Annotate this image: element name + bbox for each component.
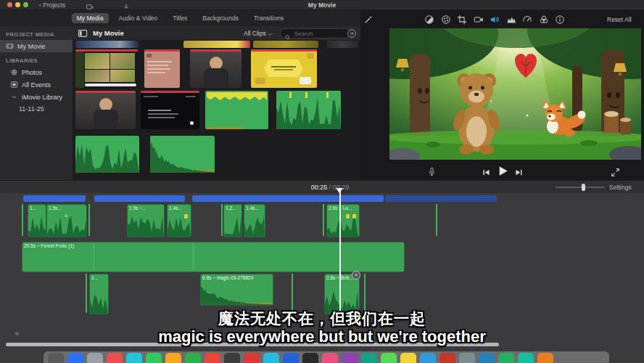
dock-app-icon[interactable] bbox=[107, 353, 123, 363]
clip-connector-line bbox=[364, 274, 366, 313]
dock-app-icon[interactable] bbox=[244, 353, 260, 363]
search-input[interactable] bbox=[293, 30, 339, 38]
dock-app-icon[interactable] bbox=[518, 353, 534, 363]
dock-app-icon[interactable] bbox=[283, 353, 299, 363]
dock-app-icon[interactable] bbox=[439, 353, 455, 363]
clip-filter-dropdown[interactable]: All Clips ⌵ bbox=[244, 30, 273, 38]
subtitle-english: magic is everywhere but but we're togeth… bbox=[0, 327, 644, 346]
timeline-title-bar[interactable] bbox=[94, 195, 185, 202]
tab-audio-video[interactable]: Audio & Video bbox=[114, 13, 163, 23]
crop-icon[interactable] bbox=[457, 15, 467, 25]
zoom-slider-thumb[interactable] bbox=[582, 184, 585, 191]
dock-app-icon[interactable] bbox=[498, 353, 514, 363]
dock-app-icon[interactable] bbox=[302, 353, 318, 363]
subtitle-chinese: 魔法无处不在，但我们在一起 bbox=[0, 309, 644, 329]
clip-connector-line bbox=[436, 204, 437, 236]
clip-filter-icon[interactable] bbox=[539, 15, 549, 25]
dock-app-icon[interactable] bbox=[381, 353, 397, 363]
media-thumbnail-promo-yellow[interactable] bbox=[251, 49, 317, 88]
stabilization-icon[interactable] bbox=[474, 15, 484, 25]
sidebar-item-label: My Movie bbox=[17, 43, 46, 50]
dock-app-icon[interactable] bbox=[342, 353, 358, 363]
sidebar-item-photos[interactable]: Photos bbox=[0, 66, 73, 78]
sound-effect-badge bbox=[184, 214, 188, 219]
timeline-title-bar[interactable] bbox=[385, 195, 497, 202]
timeline-audio-clip[interactable]: 1.4s... bbox=[167, 204, 191, 237]
sound-effect-badge bbox=[346, 214, 350, 219]
media-thumbnail-terminal[interactable] bbox=[141, 91, 199, 129]
preview-video-frame[interactable] bbox=[389, 28, 641, 160]
timeline-title-bar[interactable] bbox=[192, 195, 384, 202]
search-field[interactable] bbox=[280, 28, 351, 38]
clip-size-arrow-icon[interactable] bbox=[347, 28, 357, 38]
dock-app-icon[interactable] bbox=[146, 353, 162, 363]
microphone-icon[interactable] bbox=[427, 166, 437, 176]
media-thumbnail-collage[interactable] bbox=[75, 49, 138, 88]
timeline-settings-button[interactable]: Settings bbox=[609, 184, 632, 191]
dock-app-icon[interactable] bbox=[361, 353, 377, 363]
media-thumbnail-strip-yellow[interactable] bbox=[183, 41, 250, 48]
dock-app-icon[interactable] bbox=[479, 353, 495, 363]
dock-app-icon[interactable] bbox=[48, 353, 64, 363]
color-balance-icon[interactable] bbox=[424, 15, 434, 25]
dock-app-icon[interactable] bbox=[126, 353, 142, 363]
timeline-title-bar[interactable] bbox=[23, 195, 86, 202]
media-thumbnail-person[interactable] bbox=[75, 91, 136, 129]
next-frame-button[interactable] bbox=[514, 167, 524, 176]
timeline-audio-clip[interactable]: 1.9s ~... bbox=[127, 204, 165, 237]
dock-app-icon[interactable] bbox=[263, 353, 279, 363]
media-thumbnail-audio-spikes[interactable] bbox=[276, 91, 341, 129]
tab-my-media[interactable]: My Media bbox=[72, 13, 109, 23]
sidebar-item-imovie-library[interactable]: iMovie Library bbox=[0, 91, 73, 103]
viewer-pane: Reset All bbox=[360, 10, 644, 180]
media-thumbnail-audio-wave[interactable] bbox=[75, 136, 139, 173]
sidebar-item-11-11-25[interactable]: 11-11-25 bbox=[0, 103, 73, 115]
media-thumbnail-audio-decay[interactable] bbox=[150, 136, 215, 173]
timeline-zoom-slider[interactable] bbox=[556, 187, 605, 188]
volume-icon[interactable] bbox=[490, 15, 500, 25]
media-thumbnail-strip-olive[interactable] bbox=[253, 41, 318, 48]
media-thumbnail-audio-yellowtop[interactable] bbox=[205, 91, 268, 129]
playhead-line[interactable] bbox=[339, 190, 341, 314]
timeline-audio-clip[interactable]: 2.6s ~ Lu... bbox=[326, 204, 360, 237]
dock-app-icon[interactable] bbox=[400, 353, 416, 363]
dock-app-icon[interactable] bbox=[224, 353, 240, 363]
remove-clip-button[interactable]: × bbox=[352, 271, 360, 280]
fullscreen-icon[interactable] bbox=[611, 167, 620, 176]
media-thumbnail-strip-blue[interactable] bbox=[75, 41, 139, 48]
sidebar-item-all-events[interactable]: All Events bbox=[0, 78, 73, 91]
timeline-audio-clip[interactable]: 6.8s ~ magic-03-278824 bbox=[200, 274, 273, 306]
clip-connector-line bbox=[292, 274, 293, 313]
timeline-audio-clip[interactable]: 1.5s...+ bbox=[46, 204, 87, 237]
dock-app-icon[interactable] bbox=[87, 353, 103, 363]
media-thumbnail-strip-dark[interactable] bbox=[326, 41, 358, 48]
dock-app-icon[interactable] bbox=[67, 353, 83, 363]
sidebar-item-my-movie[interactable]: My Movie bbox=[0, 40, 73, 52]
timeline-music-clip[interactable]: 29.5s ~ Forest Frolic (1) bbox=[22, 242, 405, 272]
dock-app-icon[interactable] bbox=[165, 353, 181, 363]
sidebar-item-label: All Events bbox=[22, 81, 51, 89]
color-correction-icon[interactable] bbox=[441, 15, 451, 25]
noise-reduction-icon[interactable] bbox=[506, 15, 516, 25]
dock-app-icon[interactable] bbox=[205, 353, 220, 363]
dock-app-icon[interactable] bbox=[459, 353, 475, 363]
play-button[interactable] bbox=[497, 165, 509, 177]
tab-transitions[interactable]: Transitions bbox=[249, 13, 289, 23]
dock-app-icon[interactable] bbox=[420, 353, 436, 363]
media-thumbnail-person[interactable] bbox=[190, 49, 242, 88]
tab-backgrounds[interactable]: Backgrounds bbox=[197, 13, 244, 23]
timeline-audio-clip[interactable]: 1.2... bbox=[223, 204, 242, 237]
previous-frame-button[interactable] bbox=[482, 167, 491, 176]
info-icon[interactable] bbox=[555, 15, 565, 25]
dock-app-icon[interactable] bbox=[322, 353, 338, 363]
tab-titles[interactable]: Titles bbox=[168, 13, 192, 23]
timeline-audio-clip[interactable]: 1... bbox=[28, 204, 46, 237]
media-thumbnail-doc-salmon[interactable] bbox=[144, 49, 180, 88]
sidebar-toggle-icon[interactable] bbox=[78, 28, 88, 38]
dock-app-icon[interactable] bbox=[537, 353, 553, 363]
enhance-wand-icon[interactable] bbox=[363, 15, 373, 25]
dock-app-icon[interactable] bbox=[185, 353, 201, 363]
timeline-audio-clip[interactable]: 1.4s... bbox=[244, 204, 265, 237]
speed-icon[interactable] bbox=[522, 15, 532, 25]
reset-all-button[interactable]: Reset All bbox=[607, 16, 632, 23]
